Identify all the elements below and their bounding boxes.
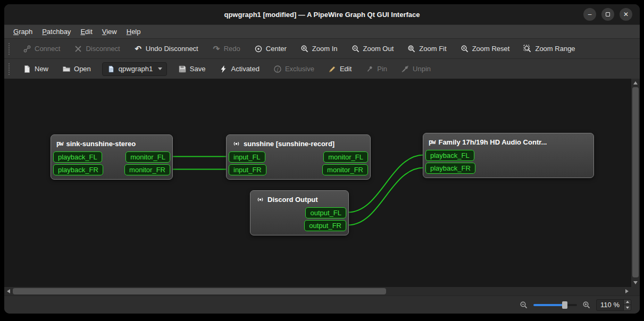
edit-button[interactable]: Edit (323, 62, 356, 76)
port-in[interactable]: playback_FR (53, 164, 103, 175)
spin-up-button[interactable] (624, 300, 631, 305)
new-button[interactable]: New (18, 62, 53, 76)
port-out[interactable]: monitor_FR (124, 164, 170, 175)
port-out[interactable]: monitor_FL (126, 151, 170, 163)
port-in[interactable]: playback_FR (425, 163, 475, 174)
zoom-spinbox[interactable]: 110 % (596, 299, 631, 311)
port-in[interactable]: playback_FL (425, 150, 474, 161)
spin-down-button[interactable] (624, 305, 631, 310)
graph-canvas[interactable]: pw sink-sunshine-stereo playback_FL moni… (4, 79, 631, 287)
statusbar: 110 % (4, 295, 640, 314)
zoom-out-label: Zoom Out (363, 45, 394, 53)
zoom-reset-button[interactable]: Zoom Reset (456, 42, 515, 56)
disconnect-icon (74, 45, 82, 53)
scroll-up-button[interactable] (631, 79, 640, 87)
zoom-fit-label: Zoom Fit (419, 45, 446, 53)
zoom-fit-button[interactable]: Zoom Fit (403, 42, 451, 56)
open-button[interactable]: Open (57, 62, 96, 76)
zoom-range-label: Zoom Range (535, 45, 575, 53)
lightning-bolt-icon (219, 65, 228, 73)
node-header[interactable]: pw sink-sunshine-stereo (51, 135, 172, 150)
toolbar-drag-handle[interactable] (9, 63, 12, 75)
toolbar-graph: Connect Disconnect ↶ Undo Disconnect ↷ R… (4, 38, 640, 58)
node-title: Family 17h/19h HD Audio Contr... (438, 138, 547, 146)
scroll-right-button[interactable] (623, 287, 631, 295)
port-out[interactable]: output_FL (305, 207, 346, 218)
redo-button[interactable]: ↷ Redo (207, 42, 245, 56)
menu-view[interactable]: View (97, 25, 122, 38)
unpin-button[interactable]: Unpin (396, 62, 436, 76)
zoom-out-icon[interactable] (520, 301, 528, 309)
scroll-down-button[interactable] (631, 278, 640, 287)
zoom-out-icon (352, 45, 360, 53)
activated-toggle[interactable]: Activated (214, 62, 264, 76)
redo-icon: ↷ (212, 45, 221, 53)
connect-label: Connect (35, 45, 60, 53)
port-out[interactable]: monitor_FR (322, 164, 368, 175)
horizontal-scrollbar[interactable] (4, 287, 631, 295)
zoom-range-icon (523, 45, 532, 53)
port-in[interactable]: playback_FL (53, 151, 102, 163)
horizontal-scroll-handle[interactable] (13, 288, 386, 294)
zoom-in-icon[interactable] (582, 301, 591, 309)
center-icon (254, 45, 263, 53)
node-discord-output[interactable]: Discord Output output_FL output_FR (250, 190, 349, 235)
save-label: Save (190, 65, 206, 73)
patchbay-combo-value: qpwgraph1 (119, 65, 153, 73)
spin-arrows (623, 300, 631, 310)
zoom-slider-handle[interactable] (562, 301, 567, 309)
save-icon (178, 65, 187, 73)
zoom-value[interactable]: 110 % (597, 300, 623, 310)
connect-icon (23, 45, 31, 53)
port-in[interactable]: input_FR (229, 164, 266, 175)
pencil-icon (328, 65, 337, 73)
pipewire-icon: pw (56, 140, 63, 147)
pin-button[interactable]: Pin (361, 62, 392, 76)
menu-patchbay[interactable]: Patchbay (37, 25, 76, 38)
save-button[interactable]: Save (173, 62, 211, 76)
port-in[interactable]: input_FL (229, 151, 265, 163)
new-file-icon (23, 65, 31, 73)
pipewire-icon: pw (429, 138, 435, 146)
patchbay-file-combo[interactable]: qpwgraph1 (102, 62, 167, 76)
stream-icon (256, 195, 264, 204)
zoom-reset-icon (461, 45, 469, 53)
open-folder-icon (62, 65, 71, 73)
toolbar-patchbay: New Open qpwgraph1 Save Activated (4, 58, 640, 79)
port-out[interactable]: monitor_FL (323, 151, 368, 163)
node-sunshine-record[interactable]: sunshine [sunshine-record] input_FL moni… (226, 134, 371, 180)
vertical-scrollbar[interactable] (631, 79, 640, 287)
zoom-in-icon (300, 45, 309, 53)
pin-icon (365, 65, 374, 73)
toolbar-drag-handle[interactable] (9, 43, 12, 55)
node-family-hd-audio[interactable]: pw Family 17h/19h HD Audio Contr... play… (423, 133, 594, 178)
node-header[interactable]: Discord Output (250, 191, 348, 206)
disconnect-button[interactable]: Disconnect (69, 42, 124, 56)
patchbay-file-icon (107, 65, 115, 73)
node-header[interactable]: sunshine [sunshine-record] (227, 135, 370, 150)
zoom-range-button[interactable]: Zoom Range (518, 42, 580, 56)
unpin-label: Unpin (413, 65, 431, 73)
open-label: Open (74, 65, 91, 73)
maximize-button[interactable] (601, 8, 614, 21)
minimize-button[interactable]: – (583, 8, 596, 21)
undo-disconnect-button[interactable]: ↶ Undo Disconnect (129, 42, 203, 56)
zoom-in-button[interactable]: Zoom In (296, 42, 342, 56)
center-label: Center (266, 45, 287, 53)
redo-label: Redo (224, 45, 240, 53)
zoom-out-button[interactable]: Zoom Out (347, 42, 399, 56)
scroll-left-button[interactable] (4, 287, 13, 295)
menu-edit[interactable]: Edit (76, 25, 97, 38)
node-header[interactable]: pw Family 17h/19h HD Audio Contr... (423, 133, 593, 148)
exclusive-toggle[interactable]: f Exclusive (269, 62, 319, 76)
vertical-scroll-handle[interactable] (632, 87, 639, 277)
close-button[interactable]: ✕ (620, 8, 632, 21)
node-sink-sunshine-stereo[interactable]: pw sink-sunshine-stereo playback_FL moni… (51, 134, 173, 180)
titlebar[interactable]: qpwgraph1 [modified] — A PipeWire Graph … (4, 4, 640, 24)
connect-button[interactable]: Connect (18, 42, 65, 56)
center-button[interactable]: Center (249, 42, 291, 56)
menu-graph[interactable]: Graph (9, 25, 37, 38)
zoom-slider[interactable] (533, 301, 577, 309)
menu-help[interactable]: Help (122, 25, 146, 38)
port-out[interactable]: output_FR (304, 220, 346, 231)
